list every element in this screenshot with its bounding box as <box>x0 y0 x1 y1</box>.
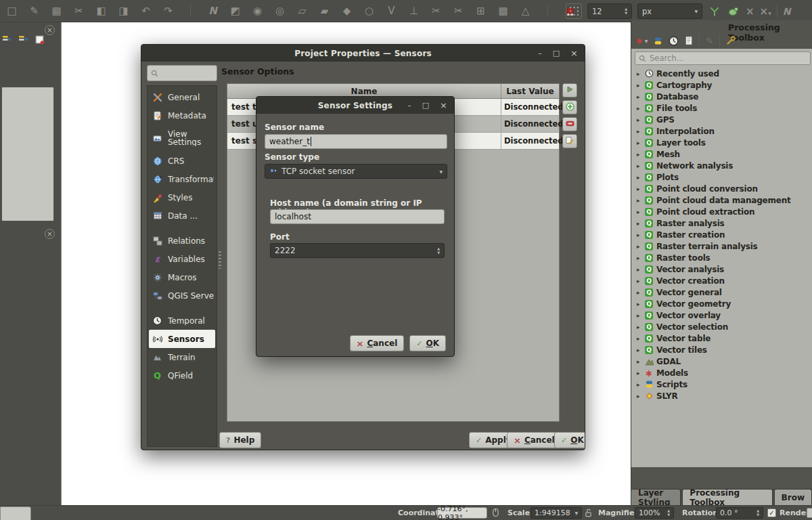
algorithm-group-row[interactable]: ▸ Q Network analysis <box>631 160 812 171</box>
messages-icon[interactable] <box>807 508 812 518</box>
expand-arrow-icon[interactable]: ▸ <box>637 324 645 330</box>
sensor-name-input[interactable]: weather_t <box>265 134 447 149</box>
expand-arrow-icon[interactable]: ▸ <box>637 358 645 365</box>
algorithm-group-row[interactable]: ▸ Q Interpolation <box>631 125 812 137</box>
toolbar-icon[interactable]: ✎ <box>28 5 41 18</box>
layers-panel-list[interactable] <box>1 87 54 221</box>
topology-checker-icon[interactable] <box>708 5 721 18</box>
sidebar-item[interactable]: Data ... <box>148 207 217 225</box>
status-locator-button[interactable] <box>0 506 31 520</box>
toolbar-icon[interactable]: ◎ <box>273 5 286 18</box>
toolbox-search-input[interactable] <box>650 53 807 63</box>
scale-select[interactable]: 1:949158▼ <box>531 507 582 519</box>
mouse-extent-icon[interactable] <box>492 508 499 519</box>
history-icon[interactable] <box>669 36 679 46</box>
log-icon[interactable] <box>685 36 693 45</box>
toolbar-icon[interactable]: V <box>385 5 398 18</box>
toolbar-icon[interactable]: ⊥ <box>407 5 420 18</box>
toolbar-icon[interactable]: △ <box>519 5 532 18</box>
sidebar-item[interactable]: CRS <box>148 152 217 170</box>
sidebar-item[interactable]: Relations <box>148 232 217 250</box>
toolbar-icon[interactable]: ▱ <box>296 5 309 18</box>
expand-arrow-icon[interactable]: ▸ <box>637 255 645 261</box>
tracing-hand-icon[interactable] <box>727 5 740 18</box>
algorithm-group-row[interactable]: ▸ Scripts <box>631 378 812 390</box>
algorithm-group-row[interactable]: ▸ Q Vector general <box>631 286 812 298</box>
cancel-button[interactable]: × Cancel <box>507 432 562 448</box>
project-properties-titlebar[interactable]: Project Properties — Sensors – □ × <box>141 45 585 62</box>
algorithm-group-row[interactable]: ▸ Q Raster terrain analysis <box>631 240 812 252</box>
collapse-all-icon[interactable] <box>18 34 28 45</box>
algorithm-group-row[interactable]: ▸ Q Vector analysis <box>631 263 812 275</box>
algorithm-group-row[interactable]: ▸ Q Raster creation <box>631 229 812 240</box>
algorithm-group-row[interactable]: ▸ Q File tools <box>631 102 812 114</box>
expand-arrow-icon[interactable]: ▸ <box>637 186 645 192</box>
coordinate-input[interactable]: -0.716°, 0.933° <box>437 507 487 519</box>
expand-arrow-icon[interactable]: ▸ <box>637 82 645 89</box>
minimize-icon[interactable]: – <box>407 102 411 109</box>
sensor-type-select[interactable]: TCP socket sensor ▼ <box>265 164 447 179</box>
expand-arrow-icon[interactable]: ▸ <box>637 197 645 204</box>
expand-arrow-icon[interactable]: ▸ <box>637 139 645 146</box>
toolbar-icon[interactable]: □ <box>5 5 18 18</box>
expand-arrow-icon[interactable]: ▸ <box>637 116 645 123</box>
sidebar-splitter-handle[interactable] <box>219 251 221 269</box>
toolbox-search-box[interactable] <box>635 51 811 65</box>
tab-processing-toolbox[interactable]: Processing Toolbox <box>682 489 772 505</box>
sensor-settings-titlebar[interactable]: Sensor Settings – □ × <box>256 97 454 114</box>
toolbar-icon[interactable]: ✂ <box>430 5 443 18</box>
algorithm-group-row[interactable]: ▸ Q Vector geometry <box>631 298 812 309</box>
expand-arrow-icon[interactable]: ▸ <box>637 266 645 273</box>
symbol-size-stepper[interactable]: 12 ▲▼ <box>587 3 632 19</box>
sidebar-item[interactable]: Macros <box>148 268 217 286</box>
sidebar-item[interactable]: Metadata <box>148 106 217 125</box>
algorithm-group-row[interactable]: ▸ Q Vector creation <box>631 275 812 286</box>
sidebar-item[interactable]: ε Variables <box>148 250 217 268</box>
column-header-last-value[interactable]: Last Value <box>501 84 559 98</box>
panel-close-icon[interactable]: × <box>45 25 55 35</box>
toolbar-icon[interactable]: ⊞ <box>474 5 487 18</box>
toolbar-icon[interactable]: ↷ <box>162 5 175 18</box>
disable-snapping-x-icon[interactable]: × <box>746 5 754 18</box>
algorithm-group-row[interactable]: ▸ Q Point cloud data management <box>631 194 812 206</box>
algorithm-group-row[interactable]: ▸ Q Vector table <box>631 332 812 344</box>
expand-arrow-icon[interactable]: ▸ <box>637 162 645 169</box>
algorithm-group-row[interactable]: ▸ Q Vector overlay <box>631 309 812 321</box>
algorithm-group-row[interactable]: ▸ Q Layer tools <box>631 137 812 148</box>
algorithm-group-row[interactable]: ▸ Q Vector selection <box>631 321 812 332</box>
algorithm-group-row[interactable]: ▸ Q Database <box>631 91 812 102</box>
toolbar-icon[interactable]: ○ <box>363 5 376 18</box>
toolbar-icon[interactable]: ▰ <box>318 5 331 18</box>
properties-search-box[interactable] <box>147 65 217 81</box>
toolbar-icon[interactable]: ▦ <box>50 5 63 18</box>
sidebar-item[interactable]: Sensors <box>149 330 215 348</box>
expand-arrow-icon[interactable]: ▸ <box>637 93 645 100</box>
algorithm-group-row[interactable]: ▸ SLYR <box>631 390 812 402</box>
host-name-input[interactable]: localhost <box>270 209 445 224</box>
stepper-arrows-icon[interactable]: ▲▼ <box>625 7 627 15</box>
expand-arrow-icon[interactable]: ▸ <box>637 381 645 388</box>
expand-arrow-icon[interactable]: ▸ <box>637 278 645 284</box>
symbol-unit-select[interactable]: px ▼ <box>637 3 702 19</box>
toolbar-icon[interactable]: ✂ <box>452 5 465 18</box>
expand-arrow-icon[interactable]: ▸ <box>637 347 645 353</box>
edit-sensor-button[interactable] <box>562 134 577 148</box>
selection-extent-icon[interactable] <box>566 3 582 19</box>
toolbar-icon[interactable]: ◆ <box>340 5 353 18</box>
algorithm-group-row[interactable]: ▸ Q Mesh <box>631 148 812 160</box>
tab-layer-styling[interactable]: Layer Styling <box>631 489 681 505</box>
algorithm-group-row[interactable]: ▸ ∗ Models <box>631 367 812 378</box>
sidebar-item[interactable]: General <box>148 88 217 106</box>
toolbar-icon[interactable] <box>184 5 197 18</box>
close-icon[interactable]: × <box>440 101 447 110</box>
toggle-legend-icon[interactable] <box>34 34 45 45</box>
toolbar-icon[interactable]: N <box>206 5 219 18</box>
expand-arrow-icon[interactable]: ▸ <box>637 151 645 158</box>
expand-arrow-icon[interactable]: ▸ <box>637 209 645 215</box>
sidebar-item[interactable]: Transformations <box>148 170 217 188</box>
rotation-stepper[interactable]: 0.0 °▲▼ <box>716 507 763 519</box>
panel-close-2-icon[interactable]: × <box>45 229 55 239</box>
toolbar-icon[interactable]: ↶ <box>139 5 152 18</box>
add-sensor-button[interactable] <box>562 100 577 114</box>
expand-arrow-icon[interactable]: ▸ <box>637 289 645 296</box>
